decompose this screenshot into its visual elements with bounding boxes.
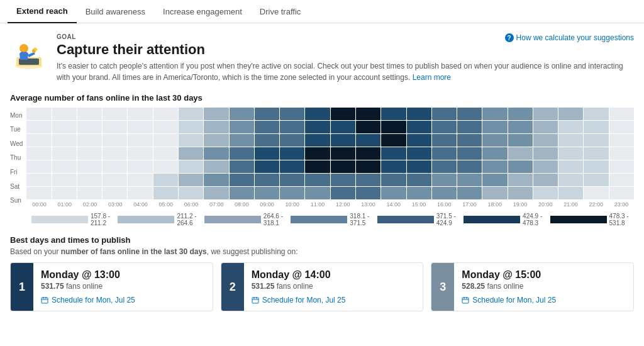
heatmap-cell[interactable] <box>584 147 608 160</box>
heatmap-cell[interactable] <box>533 134 558 147</box>
heatmap-cell[interactable] <box>508 187 533 199</box>
heatmap-cell[interactable] <box>77 108 102 120</box>
heatmap-cell[interactable] <box>230 147 254 160</box>
heatmap-cell[interactable] <box>204 134 228 147</box>
heatmap-cell[interactable] <box>331 134 355 147</box>
nav-tab-drive-traffic[interactable]: Drive traffic <box>251 1 310 23</box>
heatmap-cell[interactable] <box>356 187 380 199</box>
heatmap-cell[interactable] <box>482 174 507 186</box>
heatmap-cell[interactable] <box>77 121 102 133</box>
heatmap-cell[interactable] <box>255 174 279 186</box>
nav-tab-extend-reach[interactable]: Extend reach <box>8 0 77 23</box>
heatmap-cell[interactable] <box>558 174 583 186</box>
heatmap-cell[interactable] <box>204 147 228 160</box>
heatmap-cell[interactable] <box>331 147 355 160</box>
heatmap-cell[interactable] <box>331 121 355 133</box>
heatmap-cell[interactable] <box>103 121 127 133</box>
heatmap-cell[interactable] <box>331 174 355 186</box>
card-schedule-link[interactable]: Schedule for Mon, Jul 25 <box>462 296 626 304</box>
heatmap-cell[interactable] <box>153 134 178 147</box>
heatmap-cell[interactable] <box>179 147 203 160</box>
heatmap-cell[interactable] <box>128 134 152 147</box>
heatmap-cell[interactable] <box>508 160 533 173</box>
heatmap-cell[interactable] <box>153 160 178 173</box>
heatmap-cell[interactable] <box>584 134 608 147</box>
heatmap-cell[interactable] <box>230 187 254 199</box>
heatmap-cell[interactable] <box>533 174 558 186</box>
heatmap-cell[interactable] <box>305 108 330 120</box>
heatmap-cell[interactable] <box>204 121 228 133</box>
heatmap-cell[interactable] <box>584 121 608 133</box>
heatmap-cell[interactable] <box>508 147 533 160</box>
heatmap-cell[interactable] <box>280 108 304 120</box>
card-schedule-link[interactable]: Schedule for Mon, Jul 25 <box>41 296 205 304</box>
heatmap-cell[interactable] <box>558 134 583 147</box>
heatmap-cell[interactable] <box>356 174 380 186</box>
heatmap-cell[interactable] <box>381 174 406 186</box>
heatmap-cell[interactable] <box>77 187 102 199</box>
heatmap-cell[interactable] <box>533 147 558 160</box>
heatmap-cell[interactable] <box>26 187 51 199</box>
heatmap-cell[interactable] <box>52 134 77 147</box>
heatmap-cell[interactable] <box>305 147 330 160</box>
heatmap-cell[interactable] <box>432 174 457 186</box>
heatmap-cell[interactable] <box>609 108 634 120</box>
heatmap-cell[interactable] <box>153 187 178 199</box>
heatmap-cell[interactable] <box>407 160 431 173</box>
heatmap-cell[interactable] <box>26 108 51 120</box>
heatmap-cell[interactable] <box>407 187 431 199</box>
heatmap-cell[interactable] <box>255 108 279 120</box>
heatmap-cell[interactable] <box>407 174 431 186</box>
heatmap-cell[interactable] <box>381 121 406 133</box>
heatmap-cell[interactable] <box>558 147 583 160</box>
heatmap-cell[interactable] <box>432 160 457 173</box>
heatmap-cell[interactable] <box>482 134 507 147</box>
heatmap-cell[interactable] <box>381 187 406 199</box>
heatmap-cell[interactable] <box>609 160 634 173</box>
heatmap-cell[interactable] <box>407 121 431 133</box>
heatmap-cell[interactable] <box>280 147 304 160</box>
heatmap-cell[interactable] <box>407 134 431 147</box>
heatmap-cell[interactable] <box>558 108 583 120</box>
heatmap-cell[interactable] <box>381 108 406 120</box>
heatmap-cell[interactable] <box>179 108 203 120</box>
heatmap-cell[interactable] <box>609 147 634 160</box>
heatmap-cell[interactable] <box>179 134 203 147</box>
heatmap-cell[interactable] <box>432 187 457 199</box>
heatmap-cell[interactable] <box>331 160 355 173</box>
heatmap-cell[interactable] <box>381 160 406 173</box>
heatmap-cell[interactable] <box>280 134 304 147</box>
heatmap-cell[interactable] <box>103 187 127 199</box>
heatmap-cell[interactable] <box>26 134 51 147</box>
heatmap-cell[interactable] <box>432 108 457 120</box>
heatmap-cell[interactable] <box>482 187 507 199</box>
heatmap-cell[interactable] <box>230 160 254 173</box>
heatmap-cell[interactable] <box>280 160 304 173</box>
heatmap-cell[interactable] <box>457 160 482 173</box>
heatmap-cell[interactable] <box>482 108 507 120</box>
heatmap-cell[interactable] <box>26 174 51 186</box>
heatmap-cell[interactable] <box>103 147 127 160</box>
heatmap-cell[interactable] <box>255 147 279 160</box>
heatmap-cell[interactable] <box>128 174 152 186</box>
heatmap-cell[interactable] <box>255 187 279 199</box>
heatmap-cell[interactable] <box>204 174 228 186</box>
heatmap-cell[interactable] <box>381 134 406 147</box>
heatmap-cell[interactable] <box>305 160 330 173</box>
heatmap-cell[interactable] <box>609 187 634 199</box>
nav-tab-build-awareness[interactable]: Build awareness <box>77 1 154 23</box>
heatmap-cell[interactable] <box>305 187 330 199</box>
heatmap-cell[interactable] <box>204 108 228 120</box>
heatmap-cell[interactable] <box>508 174 533 186</box>
heatmap-cell[interactable] <box>179 160 203 173</box>
heatmap-cell[interactable] <box>407 108 431 120</box>
heatmap-cell[interactable] <box>153 121 178 133</box>
heatmap-cell[interactable] <box>457 187 482 199</box>
heatmap-cell[interactable] <box>204 160 228 173</box>
heatmap-cell[interactable] <box>255 160 279 173</box>
heatmap-cell[interactable] <box>280 187 304 199</box>
heatmap-cell[interactable] <box>305 174 330 186</box>
heatmap-cell[interactable] <box>128 160 152 173</box>
nav-tab-increase-engagement[interactable]: Increase engagement <box>154 1 251 23</box>
heatmap-cell[interactable] <box>255 134 279 147</box>
